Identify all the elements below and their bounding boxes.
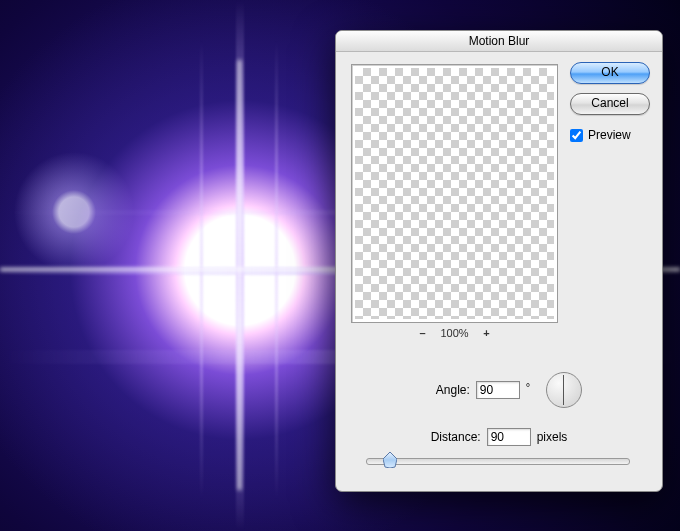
distance-slider[interactable] <box>366 452 630 470</box>
angle-dial[interactable] <box>546 372 582 408</box>
preview-checkbox-row[interactable]: Preview <box>570 128 650 142</box>
distance-row: Distance: pixels <box>336 428 662 446</box>
motion-blur-dialog: Motion Blur – 100% + OK Cancel Preview A… <box>335 30 663 492</box>
angle-label: Angle: <box>436 383 470 397</box>
zoom-percent: 100% <box>435 327 475 339</box>
slider-thumb[interactable] <box>383 452 397 468</box>
zoom-out-button[interactable]: – <box>413 327 431 339</box>
preview-checkbox-label: Preview <box>588 128 631 142</box>
angle-input[interactable] <box>476 381 520 399</box>
preview-checkbox[interactable] <box>570 129 583 142</box>
flare-cross <box>238 60 241 490</box>
effect-preview[interactable] <box>351 64 558 323</box>
distance-input[interactable] <box>487 428 531 446</box>
zoom-controls: – 100% + <box>351 327 558 339</box>
zoom-in-button[interactable]: + <box>478 327 496 339</box>
transparency-checker <box>355 68 554 319</box>
ok-button[interactable]: OK <box>570 62 650 84</box>
cancel-button[interactable]: Cancel <box>570 93 650 115</box>
dialog-title: Motion Blur <box>336 31 662 52</box>
slider-track <box>366 458 630 465</box>
angle-row: Angle: ° <box>336 372 663 408</box>
distance-unit: pixels <box>537 430 568 444</box>
distance-label: Distance: <box>431 430 481 444</box>
angle-unit: ° <box>526 381 530 393</box>
